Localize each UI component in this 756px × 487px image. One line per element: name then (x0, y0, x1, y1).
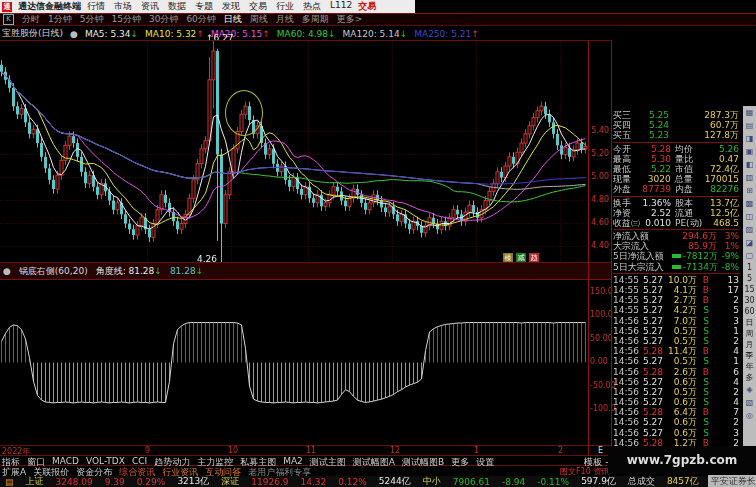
stat-label: PE(动) (675, 218, 705, 228)
menu-item-数据[interactable]: 数据 (168, 0, 186, 13)
tick-side: B (697, 295, 709, 305)
tool-icon[interactable]: ◫ (746, 210, 754, 223)
menu-item-trade-highlight[interactable]: 交易 (358, 0, 376, 13)
tool-icon[interactable]: ▩ (746, 197, 754, 210)
bid-vol: 127.8万 (669, 130, 739, 140)
timeframe-5分钟[interactable]: 5分钟 (80, 13, 104, 26)
indicator-tick-label: -50.00 (590, 381, 612, 390)
timeframe-30分钟[interactable]: 30分钟 (149, 13, 178, 26)
period-年[interactable]: 年 (746, 361, 754, 372)
tool-icon[interactable]: ◈ (746, 383, 752, 396)
tab-互动问答[interactable]: 互动问答 (205, 466, 241, 475)
tool-icon[interactable]: ◪ (746, 236, 754, 249)
tab-指标[interactable]: 指标 (2, 456, 20, 466)
period-5[interactable]: 5 (747, 273, 752, 284)
ma-arrow-icon: ↓ (400, 29, 408, 39)
tab-扩展A[interactable]: 扩展A (2, 466, 26, 475)
tool-icon[interactable]: ▤ (746, 119, 754, 132)
timeframe-多周期[interactable]: 多周期 (302, 13, 329, 26)
indicator-chart[interactable] (0, 282, 588, 445)
timeframe-60分钟[interactable]: 60分钟 (186, 13, 215, 26)
period-多[interactable]: 多 (746, 372, 754, 383)
timeframe-分时[interactable]: 分时 (22, 13, 40, 26)
menu-item-交易[interactable]: 交易 (249, 0, 267, 13)
tab-趋势动力[interactable]: 趋势动力 (154, 456, 190, 466)
drawing-ellipse-annotation[interactable] (225, 90, 263, 136)
tool-icon[interactable]: ◧ (746, 158, 754, 171)
tool-icon[interactable]: ▦ (746, 106, 754, 119)
tab-测试幅图B[interactable]: 测试幅图B (402, 456, 444, 466)
tab-VOL-TDX[interactable]: VOL-TDX (86, 456, 125, 466)
tool-icon[interactable]: ▨ (746, 223, 754, 236)
period-1[interactable]: 1 (747, 262, 752, 273)
right-toolbar: ▦▤◨▣◧▥⊞▩◫▨◪▢15153060日周月季年多◈▧◎ (743, 106, 756, 446)
menu-item-L112[interactable]: L112 (330, 0, 352, 13)
tab-更多[interactable]: 更多 (451, 456, 469, 466)
timeframe-更多>[interactable]: 更多> (337, 13, 363, 26)
timeframe-15分钟[interactable]: 15分钟 (111, 13, 140, 26)
tick-price: 5.27 (639, 428, 663, 438)
tab-综合资讯[interactable]: 综合资讯 (119, 466, 155, 475)
period-15[interactable]: 15 (744, 284, 754, 295)
period-30[interactable]: 30 (744, 295, 754, 306)
timeframe-月线[interactable]: 月线 (276, 13, 294, 26)
menu-item-热点[interactable]: 热点 (303, 0, 321, 13)
tab-MA2[interactable]: MA2 (283, 456, 303, 466)
tick-vol: 2.6万 (663, 367, 697, 377)
status-item: 5244亿 (376, 475, 414, 487)
menu-item-行业[interactable]: 行业 (276, 0, 294, 13)
bid-price: 5.23 (643, 130, 669, 140)
tab-资金分布[interactable]: 资金分布 (76, 466, 112, 475)
tab-主力监控[interactable]: 主力监控 (197, 456, 233, 466)
menu-item-发现[interactable]: 发现 (222, 0, 240, 13)
tool-icon[interactable]: ⊞ (746, 184, 753, 197)
tab-设置[interactable]: 设置 (476, 456, 494, 466)
bid-vol: 287.3万 (669, 110, 739, 120)
tab-窗口[interactable]: 窗口 (27, 456, 45, 466)
timeframe-周线[interactable]: 周线 (250, 13, 268, 26)
period-季[interactable]: 季 (746, 350, 754, 361)
status-item: ▤ (2, 477, 17, 487)
tab-测试主图[interactable]: 测试主图 (310, 456, 346, 466)
tick-price: 5.27 (639, 336, 663, 346)
menu-item-专题[interactable]: 专题 (195, 0, 213, 13)
tick-side: B (697, 346, 709, 356)
tab-行业资讯[interactable]: 行业资讯 (162, 466, 198, 475)
tool-icon[interactable]: ◨ (746, 132, 754, 145)
tool-icon[interactable]: ◎ (746, 409, 753, 422)
period-周[interactable]: 周 (746, 328, 754, 339)
tool-icon[interactable]: ▥ (746, 171, 754, 184)
tick-side: S (697, 428, 709, 438)
tick-vol: 0.5万 (663, 356, 697, 366)
tool-icon[interactable]: ▢ (746, 249, 754, 262)
timeframe-日线[interactable]: 日线 (224, 13, 242, 26)
tab-私募主图[interactable]: 私募主图 (240, 456, 276, 466)
timeframe-bar: K 分时1分钟5分钟15分钟30分钟60分钟日线周线月线多周期更多> (0, 13, 756, 26)
timeframe-1分钟[interactable]: 1分钟 (48, 13, 72, 26)
tab-关联报价[interactable]: 关联报价 (33, 466, 69, 475)
menu-item-市场[interactable]: 市场 (114, 0, 132, 13)
period-月[interactable]: 月 (746, 339, 754, 350)
menu-item-行情[interactable]: 行情 (87, 0, 105, 13)
tab-老用户福利专享[interactable]: 老用户福利专享 (248, 466, 311, 475)
period-60[interactable]: 60 (744, 306, 754, 317)
sidebar-divider (613, 196, 739, 197)
menu-item-资讯[interactable]: 资讯 (141, 0, 159, 13)
tick-row: 14:565.270.6万S4 (613, 397, 739, 407)
indicator-dot-icon: ● (3, 266, 11, 276)
candlestick-chart[interactable] (0, 41, 588, 263)
stat-value: 5.30 (639, 154, 671, 164)
period-日[interactable]: 日 (746, 317, 754, 328)
stat-label: 换手 (613, 198, 639, 208)
tab-测试幅图A[interactable]: 测试幅图A (353, 456, 395, 466)
kline-icon[interactable]: K (3, 14, 14, 25)
tab-CCI[interactable]: CCI (132, 456, 147, 466)
flow-value: 294.6万 (675, 231, 717, 241)
tab-MACD[interactable]: MACD (52, 456, 79, 466)
status-item: -0.11% (534, 477, 572, 487)
date-label-12: 12 (390, 446, 400, 455)
indicator-name[interactable]: 锅底右侧(60,20) (19, 265, 88, 278)
tool-icon[interactable]: ▧ (746, 396, 754, 409)
tool-icon[interactable]: ▣ (746, 145, 754, 158)
price-tick-label: 4.40 (591, 241, 613, 250)
